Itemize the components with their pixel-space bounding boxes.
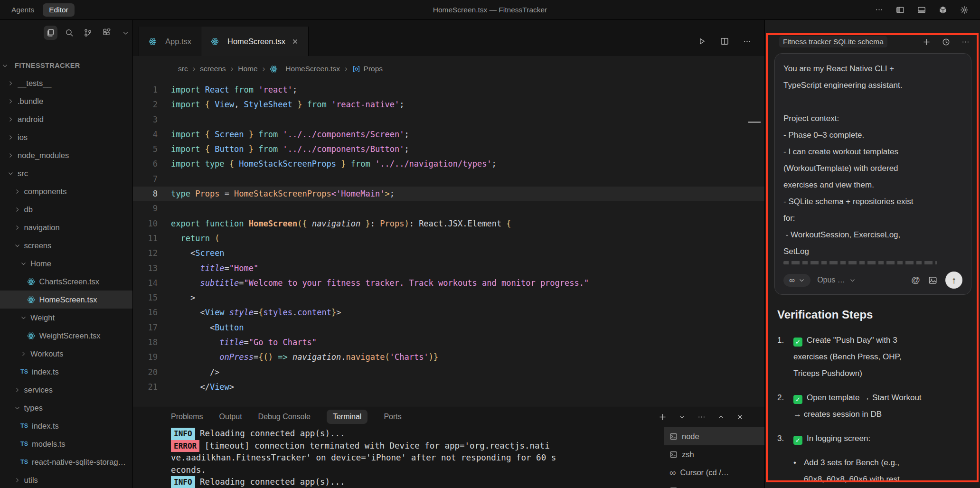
chat-title[interactable]: Fitness tracker SQLite schema: [779, 36, 887, 47]
image-attach-icon[interactable]: [928, 276, 937, 285]
tree-item-index-ts[interactable]: TSindex.ts: [0, 417, 132, 435]
terminal-item-cursor-cd[interactable]: ∞Cursor (cd /…: [664, 463, 764, 481]
check-icon: ✓: [793, 395, 802, 404]
layout-panel-icon[interactable]: [917, 6, 926, 14]
tree-item-bundle[interactable]: .bundle: [0, 92, 132, 110]
more-icon[interactable]: [961, 38, 970, 46]
tree-item-index-ts[interactable]: TSindex.ts: [0, 363, 132, 381]
split-editor-icon[interactable]: [720, 37, 729, 46]
tree-item-workouts[interactable]: Workouts: [0, 345, 132, 363]
tree-item-react-native-sqlite-storag[interactable]: TSreact-native-sqlite-storag…: [0, 453, 132, 471]
breadcrumb[interactable]: src›screens›Home›HomeScreen.tsx›Props: [133, 56, 764, 82]
chat-input[interactable]: You are my React Native CLI +TypeScript …: [774, 53, 971, 295]
tree-item-weightscreen-tsx[interactable]: WeightScreen.tsx: [0, 327, 132, 345]
breadcrumb-item-home[interactable]: Home: [238, 65, 257, 73]
breadcrumb-item-src[interactable]: src: [178, 65, 188, 73]
settings-gear-icon[interactable]: [960, 6, 969, 14]
tree-item-db[interactable]: db: [0, 200, 132, 218]
more-icon[interactable]: [697, 413, 706, 421]
line-number: 11: [133, 231, 158, 246]
code-editor[interactable]: 1import React from 'react';2import { Vie…: [133, 82, 764, 406]
terminal-item-terminal[interactable]: [664, 481, 764, 488]
breadcrumb-separator: ›: [263, 64, 265, 74]
tree-item-navigation[interactable]: navigation: [0, 218, 132, 236]
editor-group: App.tsxHomeScreen.tsx src›screens›Home›H…: [133, 20, 764, 488]
breadcrumb-item-homescreen-tsx[interactable]: HomeScreen.tsx: [270, 65, 340, 73]
terminal-line: INFO Reloading connected app(s)...: [171, 428, 664, 440]
tree-item-ios[interactable]: ios: [0, 128, 132, 146]
chevron-down-icon[interactable]: [679, 414, 685, 420]
tree-item-types[interactable]: types: [0, 399, 132, 417]
code-text: import { Button } from '../../components…: [158, 142, 409, 157]
breadcrumb-item-screens[interactable]: screens: [200, 65, 226, 73]
chat-message-line: (WorkoutTemplate) with ordered: [783, 160, 962, 177]
chat-message-line: SetLog: [783, 243, 962, 260]
panel-tab-output[interactable]: Output: [219, 413, 242, 421]
panel-tab-ports[interactable]: Ports: [384, 413, 401, 421]
code-line: 15 >: [133, 291, 764, 305]
model-label: Opus …: [817, 276, 845, 284]
tab-editor[interactable]: Editor: [43, 3, 75, 17]
run-icon[interactable]: [697, 37, 706, 46]
terminal-item-zsh[interactable]: zsh: [664, 445, 764, 463]
panel-actions: [659, 413, 764, 421]
tree-item-chartsscreen-tsx[interactable]: ChartsScreen.tsx: [0, 272, 132, 291]
terminal-text: Reloading connected app(s)...: [195, 429, 345, 438]
close-icon[interactable]: [292, 38, 299, 45]
breadcrumb-item-props[interactable]: Props: [352, 65, 383, 73]
tree-item-weight[interactable]: Weight: [0, 309, 132, 327]
tree-item-android[interactable]: android: [0, 110, 132, 128]
terminal-line: INFO Reloading connected app(s)...: [171, 476, 664, 488]
search-icon[interactable]: [63, 26, 76, 40]
tree-item-utils[interactable]: utils: [0, 471, 132, 488]
line-number: 4: [133, 127, 158, 142]
line-number: 8: [133, 187, 158, 201]
terminal-item-node[interactable]: node: [664, 427, 764, 445]
close-panel-icon[interactable]: [736, 413, 744, 421]
tree-item-screens[interactable]: screens: [0, 236, 132, 254]
history-clock-icon[interactable]: [942, 38, 950, 46]
step-text: ✓Open template → Start Workout→ creates …: [793, 389, 922, 422]
panel-tab-problems[interactable]: Problems: [171, 413, 203, 421]
tree-item-node-modules[interactable]: node_modules: [0, 146, 132, 164]
terminal-line: ve.aadilkhan.FitnessTracker' on device='…: [171, 452, 664, 464]
line-number: 2: [133, 97, 158, 112]
new-terminal-icon[interactable]: [659, 413, 667, 421]
more-icon[interactable]: [875, 6, 883, 14]
terminal-output[interactable]: INFO Reloading connected app(s)...ERROR …: [133, 427, 664, 488]
tree-item-components[interactable]: components: [0, 182, 132, 200]
tree-item-models-ts[interactable]: TSmodels.ts: [0, 435, 132, 453]
step-number: 2.: [777, 389, 793, 422]
model-selector[interactable]: Opus …: [817, 276, 856, 284]
tree-item-home[interactable]: Home: [0, 254, 132, 272]
code-text: <Screen: [158, 246, 225, 261]
cursor-logo-icon[interactable]: [939, 6, 947, 14]
extensions-icon[interactable]: [100, 26, 114, 40]
agent-mode-selector[interactable]: ∞: [783, 274, 810, 287]
panel-tab-terminal[interactable]: Terminal: [327, 410, 368, 424]
source-control-icon[interactable]: [81, 26, 95, 40]
tree-item-services[interactable]: services: [0, 381, 132, 399]
tree-item-homescreen-tsx[interactable]: HomeScreen.tsx: [0, 291, 132, 309]
tree-item-tests[interactable]: __tests__: [0, 74, 132, 92]
editor-tab-homescreen-tsx[interactable]: HomeScreen.tsx: [201, 27, 309, 56]
layout-sidebar-icon[interactable]: [896, 6, 905, 14]
tree-item-label: WeightScreen.tsx: [39, 331, 101, 340]
more-icon[interactable]: [743, 38, 751, 46]
terminal-icon: [669, 450, 678, 459]
files-explorer-icon[interactable]: [44, 26, 57, 40]
activity-chevron-down-icon[interactable]: [119, 26, 132, 40]
explorer-root[interactable]: FITNESSTRACKER: [0, 57, 132, 74]
new-chat-icon[interactable]: [923, 38, 931, 46]
panel-tab-debug-console[interactable]: Debug Console: [258, 413, 311, 421]
code-text: export function HomeScreen({ navigation …: [158, 216, 511, 231]
tab-agents[interactable]: Agents: [7, 4, 39, 16]
terminal-text: Reloading connected app(s)...: [195, 477, 345, 487]
send-button[interactable]: ↑: [945, 272, 962, 289]
tree-item-src[interactable]: src: [0, 164, 132, 182]
editor-tab-app-tsx[interactable]: App.tsx: [139, 27, 201, 56]
mention-icon[interactable]: @: [911, 275, 920, 285]
tree-item-label: utils: [24, 476, 38, 485]
maximize-panel-icon[interactable]: [718, 414, 724, 420]
chevron-right-icon: [14, 477, 20, 483]
